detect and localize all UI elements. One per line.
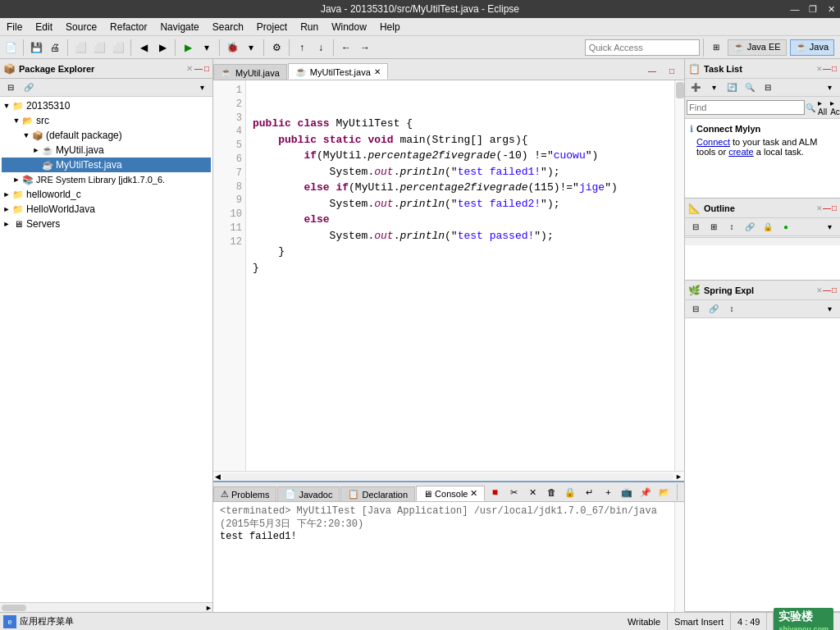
scroll-lock-button[interactable]: 🔒 <box>561 483 579 501</box>
maximize-outline-button[interactable]: □ <box>832 203 837 212</box>
h-scroll-right-arrow[interactable]: ► <box>205 604 212 612</box>
h-scrollbar-thumb[interactable] <box>2 605 26 611</box>
outline-btn6[interactable]: ● <box>777 218 795 236</box>
console-scrollbar[interactable] <box>674 502 684 612</box>
tree-item-myutiltest[interactable]: ☕ MyUtilTest.java <box>2 158 211 172</box>
outline-btn2[interactable]: ⊞ <box>705 218 723 236</box>
new-button[interactable]: 📄 <box>2 39 20 57</box>
task-menu-button[interactable]: ▾ <box>820 79 838 97</box>
spring-btn2[interactable]: 🔗 <box>705 300 723 318</box>
collapse-tasks-button[interactable]: ⊟ <box>759 79 777 97</box>
code-editor[interactable]: 1 2 3 4 5 6 7 8 9 10 11 12 public class … <box>213 80 684 471</box>
run-dropdown[interactable]: ▾ <box>198 39 216 57</box>
new-console-button[interactable]: + <box>599 483 617 501</box>
tree-item-20135310[interactable]: ▼ 📁 20135310 <box>2 98 211 113</box>
editor-scrollbar[interactable] <box>674 80 684 471</box>
outline-btn1[interactable]: ⊟ <box>687 218 705 236</box>
spring-btn4[interactable]: ▾ <box>820 300 838 318</box>
tree-item-helloworldjava[interactable]: ► 📁 HelloWorldJava <box>2 202 211 217</box>
maximize-panel-button[interactable]: □ <box>204 64 209 73</box>
spring-btn1[interactable]: ⊟ <box>687 300 705 318</box>
minimize-outline-button[interactable]: — <box>823 203 831 212</box>
minimize-spring-button[interactable]: — <box>823 285 831 294</box>
menu-edit[interactable]: Edit <box>29 18 59 35</box>
tab-console[interactable]: 🖥 Console ✕ <box>416 486 485 501</box>
minimize-panel-button[interactable]: — <box>194 64 203 73</box>
connect-link[interactable]: Connect <box>696 137 730 147</box>
menu-source[interactable]: Source <box>59 18 103 35</box>
app-menu-label[interactable]: 应用程序菜单 <box>20 615 74 628</box>
tree-item-default-package[interactable]: ▼ 📦 (default package) <box>2 128 211 143</box>
minimize-editor-button[interactable]: — <box>643 62 661 80</box>
minimize-tasklist-button[interactable]: — <box>823 64 831 73</box>
tab-declaration[interactable]: 📋 Declaration <box>340 486 415 501</box>
prev-ann-button[interactable]: ↑ <box>293 39 311 57</box>
menu-file[interactable]: File <box>0 18 29 35</box>
remove-terminated-button[interactable]: ✕ <box>523 483 541 501</box>
outline-btn7[interactable]: ▾ <box>820 218 838 236</box>
maximize-editor-button[interactable]: □ <box>663 62 681 80</box>
quick-access-input[interactable] <box>585 39 700 56</box>
tree-item-myutil[interactable]: ► ☕ MyUtil.java <box>2 143 211 158</box>
terminate-button[interactable]: ■ <box>486 483 504 501</box>
task-find-input[interactable] <box>687 100 805 115</box>
outline-h-scroll[interactable] <box>685 237 840 245</box>
disconnect-button[interactable]: ✂ <box>504 483 523 501</box>
save-button[interactable]: 💾 <box>27 39 45 57</box>
tab-problems[interactable]: ⚠ Problems <box>213 486 276 501</box>
java-ee-perspective[interactable]: ☕ Java EE <box>728 39 787 56</box>
outline-btn5[interactable]: 🔒 <box>759 218 777 236</box>
h-scroll-right-arrow[interactable]: ► <box>673 472 684 481</box>
create-link[interactable]: create <box>728 147 754 157</box>
task-filter-active[interactable]: ▸ Acti... <box>829 98 840 116</box>
maximize-button[interactable]: ❐ <box>804 0 822 18</box>
menu-search[interactable]: Search <box>206 18 250 35</box>
task-filter-all[interactable]: ▸ All <box>816 98 829 116</box>
tab-javadoc[interactable]: 📄 Javadoc <box>277 486 340 501</box>
close-button[interactable]: ✕ <box>822 0 840 18</box>
v-scrollbar-thumb[interactable] <box>676 82 684 98</box>
spring-btn3[interactable]: ↕ <box>723 300 741 318</box>
pin-console-button[interactable]: 📌 <box>637 483 655 501</box>
clear-console-button[interactable]: 🗑 <box>542 483 560 501</box>
maximize-tasklist-button[interactable]: □ <box>832 64 837 73</box>
tree-item-src[interactable]: ▼ 📂 src <box>2 113 211 128</box>
menu-refactor[interactable]: Refactor <box>103 18 153 35</box>
outline-btn3[interactable]: ↕ <box>723 218 741 236</box>
java-perspective[interactable]: ☕ Java <box>790 39 834 56</box>
view-menu-button[interactable]: ▾ <box>193 79 211 97</box>
ext-tools-button[interactable]: ⚙ <box>267 39 285 57</box>
menu-run[interactable]: Run <box>294 18 325 35</box>
tab-myutil[interactable]: ☕ MyUtil.java <box>213 64 287 80</box>
menu-navigate[interactable]: Navigate <box>153 18 205 35</box>
prev-edit-button[interactable]: ◀ <box>135 39 153 57</box>
debug-dropdown[interactable]: ▾ <box>242 39 260 57</box>
menu-window[interactable]: Window <box>325 18 373 35</box>
h-scroll-left-arrow[interactable]: ◀ <box>213 472 222 481</box>
sync-button[interactable]: 🔄 <box>723 79 741 97</box>
next-ann-button[interactable]: ↓ <box>312 39 330 57</box>
tree-item-servers[interactable]: ► 🖥 Servers <box>2 217 211 231</box>
open-type-button[interactable]: ⬜ <box>71 39 89 57</box>
code-text[interactable]: public class MyUtilTest { public static … <box>246 80 674 471</box>
open-resource-button[interactable]: ⬜ <box>90 39 108 57</box>
collapse-all-button[interactable]: ⊟ <box>2 79 20 97</box>
menu-help[interactable]: Help <box>373 18 407 35</box>
task-dropdown[interactable]: ▾ <box>705 79 723 97</box>
tree-item-helloworld-c[interactable]: ► 📁 helloworld_c <box>2 187 211 202</box>
open-perspective-button[interactable]: ⊞ <box>707 39 725 57</box>
filter-button[interactable]: 🔍 <box>741 79 759 97</box>
forward-button[interactable]: → <box>356 39 374 57</box>
word-wrap-button[interactable]: ↵ <box>580 483 598 501</box>
print-button[interactable]: 🖨 <box>46 39 64 57</box>
menu-project[interactable]: Project <box>250 18 294 35</box>
find-icon-button[interactable]: 🔍 <box>805 98 816 116</box>
next-edit-button[interactable]: ▶ <box>153 39 171 57</box>
editor-h-scrollbar[interactable]: ◀ ► <box>213 471 684 481</box>
tree-item-jre[interactable]: ► 📚 JRE System Library [jdk1.7.0_6. <box>2 172 211 187</box>
console-close-icon[interactable]: ✕ <box>470 488 477 499</box>
display-selected-button[interactable]: 📺 <box>618 483 636 501</box>
minimize-button[interactable]: — <box>786 0 804 18</box>
run-button[interactable]: ▶ <box>179 39 197 57</box>
new-task-button[interactable]: ➕ <box>687 79 705 97</box>
